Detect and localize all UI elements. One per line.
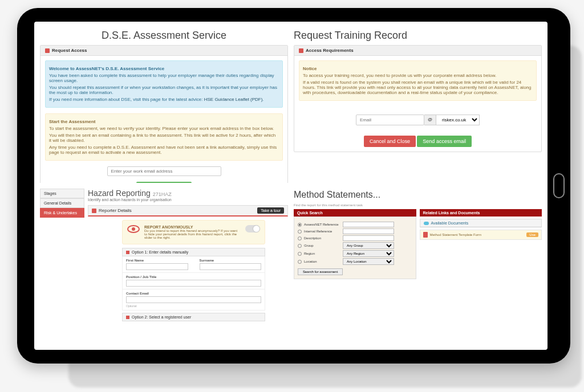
group-select[interactable]: Any Group: [343, 242, 394, 249]
radio-location[interactable]: [298, 260, 302, 264]
plus-icon: [126, 316, 129, 319]
method-pane: Method Statements... Find the report for…: [294, 189, 542, 344]
lock-icon: [45, 48, 50, 53]
assessnet-ref-label: AssessNET Reference: [304, 223, 340, 226]
radio-assessnet-ref[interactable]: [298, 223, 302, 227]
dse-panel-header: Request Access: [40, 46, 287, 56]
training-notice-title: Notice: [303, 66, 317, 71]
option2-header[interactable]: Option 2: Select a registered user: [122, 313, 265, 321]
anonymous-title: REPORT ANONYMOUSLY: [144, 225, 241, 229]
user-icon: [92, 209, 96, 213]
region-select[interactable]: Any Region: [343, 250, 394, 257]
document-name: Method Statement Template Form: [430, 233, 482, 236]
hazard-subtitle: Identify and action hazards in your orga…: [88, 198, 288, 202]
option1-header[interactable]: Option 1: Enter details manually: [122, 248, 265, 256]
search-assessment-button[interactable]: Search for assessment: [298, 268, 343, 275]
dse-info-line2: You should repeat this assessment if or …: [49, 85, 279, 95]
method-title: Method Statements...: [294, 190, 542, 200]
radio-description[interactable]: [298, 236, 302, 240]
location-label: Location: [304, 260, 340, 263]
training-title: Request Training Record: [294, 30, 542, 42]
send-access-email-button[interactable]: Send access email: [417, 136, 472, 147]
tablet-frame: D.S.E. Assessment Service Request Access…: [17, 8, 570, 364]
dse-info-line1: You have been asked to complete this ass…: [49, 73, 279, 83]
dse-title: D.S.E. Assessment Service: [40, 30, 288, 42]
internal-ref-input[interactable]: [343, 228, 394, 234]
send-access-email-button[interactable]: Send Access Email: [136, 182, 192, 183]
domain-select[interactable]: riskex.co.uk: [436, 115, 480, 125]
hazard-title: Hazard Reporting 271HAZ: [88, 189, 288, 198]
training-panel-header: Access Requirements: [294, 46, 541, 56]
home-button[interactable]: [553, 173, 565, 198]
anonymous-toggle[interactable]: [245, 225, 260, 232]
radio-region[interactable]: [298, 252, 302, 256]
hazard-pane: Stages General Details Risk & Undertakes…: [40, 189, 288, 344]
dse-info-title: Welcome to AssessNET's D.S.E. Assessment…: [49, 66, 164, 71]
take-tour-button[interactable]: Take a tour: [257, 207, 284, 214]
group-label: Group: [304, 244, 340, 247]
hazard-ref: 271HAZ: [153, 191, 172, 197]
tab-general-details[interactable]: General Details: [40, 198, 84, 208]
first-name-input[interactable]: [126, 263, 188, 270]
description-input[interactable]: [343, 235, 394, 241]
option1-label: Option 1: Enter details manually: [132, 250, 188, 254]
training-email-input[interactable]: [356, 115, 424, 125]
location-select[interactable]: Any Location: [343, 258, 394, 265]
use-button[interactable]: Use: [526, 232, 538, 237]
surname-input[interactable]: [200, 263, 262, 270]
anonymous-box: REPORT ANONYMOUSLY Do you intend to repo…: [122, 220, 265, 244]
document-row: Method Statement Template Form Use: [420, 230, 542, 240]
cloud-icon: [424, 222, 429, 225]
minus-icon: [126, 251, 129, 254]
training-pane: Request Training Record Access Requireme…: [294, 27, 542, 183]
position-label: Position / Job Title: [126, 275, 261, 279]
lock-icon: [299, 48, 303, 53]
dse-start-line3: Any time you need to complete a D.S.E. A…: [49, 145, 279, 155]
tab-risk-undertakes[interactable]: Risk & Undertakes: [40, 208, 84, 218]
dse-start-title: Start the Assessment: [49, 119, 96, 124]
screen: D.S.E. Assessment Service Request Access…: [34, 22, 548, 350]
training-notice-line1: To access your training record, you need…: [303, 73, 533, 78]
dse-start-line2: You will then be sent an email containin…: [49, 133, 279, 143]
contact-email-label: Contact Email: [126, 292, 261, 295]
method-subtitle: Find the report for this method statemen…: [294, 203, 542, 207]
training-notice: Notice To access your training record, y…: [299, 60, 537, 101]
related-links-header: Related Links and Documents: [420, 209, 542, 217]
reporter-details-label: Reporter Details: [99, 208, 132, 213]
description-label: Description: [304, 236, 340, 240]
option2-label: Option 2: Select a registered user: [132, 315, 191, 319]
dse-start-line1: To start the assessment, we need to veri…: [49, 126, 279, 131]
dse-info-alert: Welcome to AssessNET's D.S.E. Assessment…: [45, 60, 283, 108]
surname-label: Surname: [200, 259, 262, 262]
eye-icon: [127, 225, 140, 233]
region-label: Region: [304, 252, 340, 255]
dse-email-input[interactable]: [107, 166, 221, 176]
radio-group[interactable]: [298, 244, 302, 248]
document-icon: [423, 232, 428, 238]
hazard-side-nav: Stages General Details Risk & Undertakes: [40, 189, 84, 321]
dse-start-alert: Start the Assessment To start the assess…: [45, 113, 283, 161]
contact-email-input[interactable]: [126, 296, 261, 303]
training-email-group: @ riskex.co.uk: [356, 115, 480, 125]
first-name-label: First Name: [126, 259, 188, 262]
hse-guidance-link[interactable]: HSE Guidance Leaflet (PDF): [204, 97, 263, 102]
anonymous-text: Do you intend to report this hazard anon…: [144, 229, 241, 239]
internal-ref-label: Internal Reference: [304, 230, 340, 233]
training-notice-line2: If a valid record is found on the system…: [303, 80, 533, 95]
dse-info-line3: If you need more information about DSE, …: [49, 97, 204, 102]
dse-pane: D.S.E. Assessment Service Request Access…: [40, 27, 288, 183]
cancel-close-button[interactable]: Cancel and Close: [364, 136, 416, 147]
position-input[interactable]: [126, 280, 261, 287]
tab-stages[interactable]: Stages: [40, 189, 84, 198]
training-panel-header-label: Access Requirements: [306, 48, 354, 53]
assessnet-ref-input[interactable]: [343, 222, 394, 227]
quick-search-header: Quick Search: [294, 209, 416, 217]
radio-internal-ref[interactable]: [298, 230, 302, 234]
at-symbol: @: [424, 115, 436, 125]
dse-panel-header-label: Request Access: [52, 48, 87, 53]
email-hint: Optional: [126, 304, 261, 308]
available-documents-header: Available Documents: [420, 219, 542, 227]
